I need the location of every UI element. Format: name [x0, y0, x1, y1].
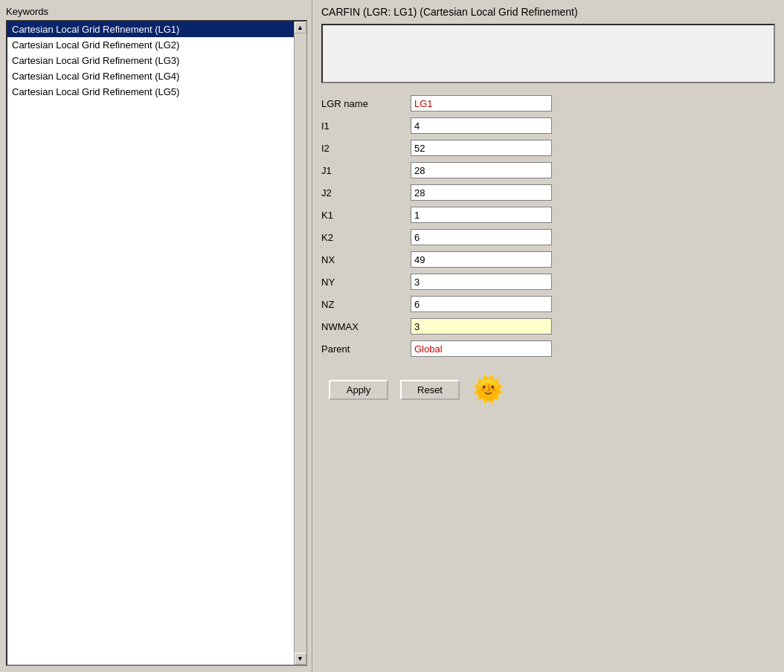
- keywords-list[interactable]: Cartesian Local Grid Refinement (LG1)Car…: [7, 22, 294, 665]
- field-input-wrap-i2: [411, 137, 604, 159]
- field-label-parent: Parent: [321, 337, 411, 360]
- fields-grid: LGR nameI1I2J1J2K1K2NXNYNZNWMAXParent: [321, 92, 604, 360]
- list-item[interactable]: Cartesian Local Grid Refinement (LG4): [7, 68, 294, 84]
- field-input-ny[interactable]: [411, 274, 552, 290]
- field-input-wrap-nwmax: [411, 315, 604, 337]
- field-label-lgr-name: LGR name: [321, 92, 411, 114]
- field-label-i1: I1: [321, 114, 411, 137]
- field-input-nwmax[interactable]: [411, 318, 552, 335]
- field-input-k1[interactable]: [411, 207, 552, 223]
- field-label-k2: K2: [321, 226, 411, 248]
- field-input-parent[interactable]: [411, 340, 552, 357]
- left-panel: Keywords Cartesian Local Grid Refinement…: [0, 0, 312, 672]
- field-input-wrap-i1: [411, 114, 604, 137]
- field-label-k1: K1: [321, 204, 411, 226]
- field-input-wrap-k2: [411, 226, 604, 248]
- list-item[interactable]: Cartesian Local Grid Refinement (LG1): [7, 22, 294, 37]
- text-area-box: [321, 24, 775, 83]
- right-panel: CARFIN (LGR: LG1) (Cartesian Local Grid …: [312, 0, 784, 672]
- field-input-wrap-lgr-name: [411, 92, 604, 114]
- scroll-up-button[interactable]: ▲: [295, 22, 306, 33]
- keywords-label: Keywords: [6, 6, 307, 17]
- field-input-wrap-j1: [411, 159, 604, 181]
- field-input-wrap-j2: [411, 181, 604, 204]
- list-item[interactable]: Cartesian Local Grid Refinement (LG3): [7, 53, 294, 68]
- field-label-j2: J2: [321, 181, 411, 204]
- field-input-wrap-ny: [411, 271, 604, 293]
- field-input-k2[interactable]: [411, 229, 552, 245]
- field-input-wrap-nz: [411, 293, 604, 315]
- field-input-nz[interactable]: [411, 296, 552, 312]
- main-container: Keywords Cartesian Local Grid Refinement…: [0, 0, 784, 672]
- apply-button[interactable]: Apply: [329, 380, 388, 400]
- panel-title: CARFIN (LGR: LG1) (Cartesian Local Grid …: [321, 6, 775, 18]
- scroll-down-button[interactable]: ▼: [295, 653, 306, 665]
- field-input-i1[interactable]: [411, 117, 552, 134]
- field-label-nwmax: NWMAX: [321, 315, 411, 337]
- field-input-j1[interactable]: [411, 162, 552, 178]
- field-label-i2: I2: [321, 137, 411, 159]
- field-input-lgr-name[interactable]: [411, 95, 552, 112]
- list-scrollbar: ▲ ▼: [294, 22, 306, 665]
- field-label-nz: NZ: [321, 293, 411, 315]
- sun-icon: 🌞: [472, 375, 505, 404]
- scrollbar-track: [295, 33, 306, 653]
- field-label-j1: J1: [321, 159, 411, 181]
- field-input-wrap-k1: [411, 204, 604, 226]
- field-label-nx: NX: [321, 248, 411, 271]
- list-item[interactable]: Cartesian Local Grid Refinement (LG5): [7, 84, 294, 100]
- list-item[interactable]: Cartesian Local Grid Refinement (LG2): [7, 37, 294, 53]
- buttons-row: Apply Reset 🌞: [321, 375, 775, 404]
- reset-button[interactable]: Reset: [400, 380, 460, 400]
- keywords-list-wrapper: Cartesian Local Grid Refinement (LG1)Car…: [6, 20, 307, 666]
- field-input-nx[interactable]: [411, 251, 552, 268]
- field-input-wrap-parent: [411, 337, 604, 360]
- field-input-wrap-nx: [411, 248, 604, 271]
- field-label-ny: NY: [321, 271, 411, 293]
- field-input-i2[interactable]: [411, 140, 552, 156]
- field-input-j2[interactable]: [411, 184, 552, 201]
